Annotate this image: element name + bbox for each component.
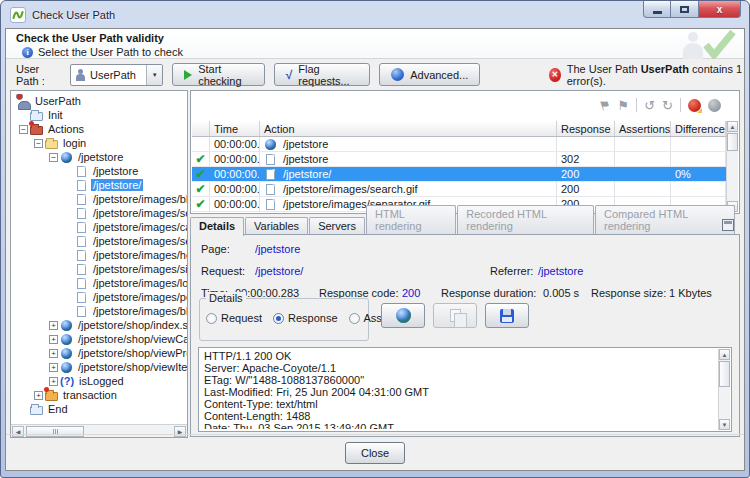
tree-item[interactable]: /jpetstore/images/se (11, 206, 187, 220)
tree-item[interactable]: +/jpetstore/shop/index.sh (11, 318, 187, 332)
radio-label: Response (288, 312, 338, 324)
column-header[interactable] (192, 121, 210, 136)
collapse-icon[interactable]: − (34, 139, 43, 148)
tree-item[interactable]: /jpetstore/images/he (11, 248, 187, 262)
tree-item[interactable]: −/jpetstore (11, 150, 187, 164)
next-error-icon[interactable] (688, 99, 701, 112)
tree-item[interactable]: +(?)isLogged (11, 374, 187, 388)
tree-item[interactable]: −login (11, 136, 187, 150)
table-row[interactable]: ✔00:00:00.318/jpetstore/images/search.gi… (192, 182, 726, 197)
detail-tabs: DetailsVariablesServersHTML renderingRec… (190, 216, 736, 235)
page-link[interactable]: /jpetstore (255, 243, 300, 255)
tree-item-label: /jpetstore/shop/viewCat (76, 333, 187, 345)
expand-icon[interactable]: + (49, 349, 58, 358)
action-label: /jpetstore/ (283, 168, 331, 180)
scroll-down-icon[interactable]: ▼ (719, 419, 730, 430)
page-icon (75, 305, 89, 318)
status-cell: ✔ (192, 152, 210, 166)
table-row[interactable]: ✔00:00:00.283/jpetstore/2000% (192, 167, 726, 182)
close-button[interactable]: Close (345, 442, 405, 464)
previous-flag-icon[interactable]: ⚑ (597, 96, 613, 114)
copy-button[interactable] (433, 303, 477, 328)
restore-panel-icon[interactable] (722, 219, 734, 231)
page-icon (75, 277, 89, 290)
column-header[interactable]: Time (210, 121, 260, 136)
action-cell: /jpetstore (260, 152, 557, 166)
next-difference-icon[interactable]: ↻ (662, 98, 673, 113)
chevron-down-icon[interactable]: ▼ (146, 65, 162, 85)
play-icon (184, 70, 192, 80)
wizard-banner: Check the User Path validity i Select th… (6, 29, 744, 59)
action-cell: /jpetstore/images/search.gif (260, 182, 557, 196)
response-content-area[interactable]: HTTP/1.1 200 OK Server: Apache-Coyote/1.… (198, 347, 732, 432)
previous-error-icon[interactable] (708, 99, 721, 112)
maximize-button[interactable] (671, 1, 699, 18)
save-button[interactable] (485, 303, 529, 328)
tree-item[interactable]: Init (11, 108, 187, 122)
details-panel: Page: /jpetstore Request: /jpetstore/ Re… (190, 234, 740, 437)
response-vertical-scrollbar[interactable]: ▲ ▼ (718, 349, 730, 430)
collapse-icon[interactable]: − (19, 125, 28, 134)
tree-item[interactable]: /jpetstore/images/ca (11, 220, 187, 234)
tree-item[interactable]: +transaction (11, 388, 187, 402)
referrer-link[interactable]: /jpetstore (538, 265, 583, 277)
radio-request[interactable]: Request (206, 312, 262, 324)
previous-difference-icon[interactable]: ↺ (644, 98, 655, 113)
tree-item[interactable]: UserPath (11, 94, 187, 108)
table-row[interactable]: ✔00:00:00.263/jpetstore302 (192, 152, 726, 167)
start-checking-button[interactable]: Start checking (172, 63, 265, 86)
tree-item-label: login (61, 137, 88, 149)
tree-item[interactable]: /jpetstore/images/si (11, 262, 187, 276)
expand-icon[interactable]: + (49, 377, 58, 386)
tree-item-label: UserPath (33, 95, 83, 107)
request-label: Request: (201, 265, 245, 277)
tree-item[interactable]: /jpetstore/images/po (11, 290, 187, 304)
table-vertical-scrollbar[interactable]: ▲ ▼ (726, 121, 738, 212)
table-scroll-thumb[interactable] (727, 133, 738, 151)
tree-item[interactable]: /jpetstore (11, 164, 187, 178)
tab-details[interactable]: Details (190, 217, 244, 236)
column-header[interactable]: Response ... (557, 121, 615, 136)
page-icon (264, 153, 278, 166)
tree-item[interactable]: /jpetstore/ (11, 178, 187, 192)
tree-item[interactable]: /jpetstore/images/se (11, 234, 187, 248)
tree-item[interactable]: +/jpetstore/shop/viewPro (11, 346, 187, 360)
tree-item[interactable]: +/jpetstore/shop/viewCat (11, 332, 187, 346)
tree-item-label: /jpetstore/shop/index.sh (76, 319, 187, 331)
column-header[interactable]: Difference (671, 121, 726, 136)
column-header[interactable]: Assertions (615, 121, 671, 136)
page-icon (264, 183, 278, 196)
user-path-tree: UserPathInit−Actions−login−/jpetstore/jp… (11, 94, 187, 424)
tree-item[interactable]: /jpetstore/images/bk (11, 304, 187, 318)
table-row[interactable]: 00:00:00.127/jpetstore (192, 137, 726, 152)
response-scroll-thumb[interactable] (719, 361, 730, 387)
open-in-browser-button[interactable] (381, 303, 425, 328)
column-header[interactable]: Action (260, 121, 557, 136)
collapse-icon[interactable]: − (49, 153, 58, 162)
expand-icon[interactable]: + (49, 363, 58, 372)
flag-requests-button[interactable]: √ Flag requests... (274, 63, 370, 86)
expand-icon[interactable]: + (49, 321, 58, 330)
tree-item[interactable]: /jpetstore/images/lo (11, 276, 187, 290)
window-title: Check User Path (32, 9, 115, 21)
tree-item[interactable]: +/jpetstore/shop/viewIte (11, 360, 187, 374)
scroll-up-icon[interactable]: ▲ (719, 349, 730, 360)
minimize-button[interactable] (643, 1, 671, 18)
expand-icon[interactable]: + (49, 335, 58, 344)
tree-item[interactable]: End (11, 402, 187, 416)
tree-item-label: /jpetstore/images/he (91, 249, 187, 261)
request-link[interactable]: /jpetstore/ (255, 265, 303, 277)
close-window-button[interactable]: x (699, 1, 741, 18)
tab-variables[interactable]: Variables (245, 217, 308, 235)
tree-item-label: /jpetstore/images/se (91, 207, 187, 219)
user-path-select[interactable]: UserPath ▼ (70, 64, 163, 86)
expand-icon[interactable]: + (34, 391, 43, 400)
advanced-button[interactable]: Advanced... (379, 63, 480, 86)
tree-item[interactable]: /jpetstore/images/bk (11, 192, 187, 206)
scroll-up-icon[interactable]: ▲ (727, 121, 738, 132)
action-cell: /jpetstore/ (260, 167, 557, 181)
tree-item[interactable]: −Actions (11, 122, 187, 136)
radio-response[interactable]: Response (273, 312, 338, 324)
next-flag-icon[interactable]: ⚑ (618, 98, 630, 113)
tab-servers[interactable]: Servers (309, 217, 365, 235)
